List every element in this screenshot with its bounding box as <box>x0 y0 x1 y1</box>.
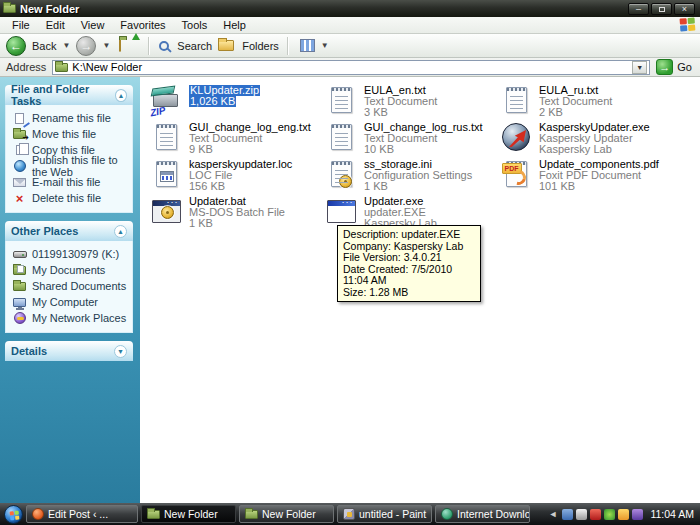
kaspersky-app-icon <box>498 121 534 153</box>
task-delete-file[interactable]: × Delete this file <box>12 190 128 206</box>
tray-signal-icon[interactable] <box>576 509 587 520</box>
file-update-components-pdf[interactable]: PDF Update_components.pdf Foxit PDF Docu… <box>498 158 673 195</box>
menu-edit[interactable]: Edit <box>38 18 73 32</box>
go-label[interactable]: Go <box>677 61 692 73</box>
address-folder-icon <box>55 63 68 72</box>
back-button[interactable]: ← <box>6 36 26 56</box>
file-size: 1 KB <box>364 181 472 192</box>
windows-logo-icon <box>680 17 697 32</box>
task-move-file[interactable]: ➜ Move this file <box>12 126 128 142</box>
taskbar-button-edit-post[interactable]: Edit Post ‹ ... <box>26 505 138 523</box>
window-titlebar: New Folder – × <box>0 0 700 17</box>
views-icon[interactable] <box>300 39 315 52</box>
taskbar-button-new-folder-1[interactable]: New Folder <box>141 505 236 523</box>
forward-button[interactable]: → <box>76 36 96 56</box>
address-dropdown-button[interactable]: ▼ <box>632 61 647 74</box>
taskbar-clock: 11:04 AM <box>650 508 694 520</box>
menu-favorites[interactable]: Favorites <box>112 18 173 32</box>
go-button-icon[interactable]: → <box>656 59 673 75</box>
search-label[interactable]: Search <box>177 40 212 52</box>
place-my-computer[interactable]: My Computer <box>12 294 128 310</box>
folders-icon[interactable] <box>218 40 234 51</box>
menu-bar: File Edit View Favorites Tools Help <box>0 17 700 34</box>
file-klupdater-zip[interactable]: ZIP KLUpdater.zip 1,026 KB <box>148 84 323 121</box>
config-file-icon <box>323 158 359 190</box>
tray-messenger-icon[interactable] <box>604 509 615 520</box>
place-shared-documents[interactable]: Shared Documents <box>12 278 128 294</box>
file-size: 1,026 KB <box>189 96 236 107</box>
tray-antivirus-icon[interactable] <box>590 509 601 520</box>
panel-header-tasks[interactable]: File and Folder Tasks ▲ <box>5 85 133 105</box>
file-size: 101 KB <box>539 181 659 192</box>
place-network-places[interactable]: My Network Places <box>12 310 128 326</box>
tray-network-icon[interactable] <box>562 509 573 520</box>
window-folder-icon <box>3 4 16 13</box>
shared-documents-icon <box>12 280 27 293</box>
panel-header-places[interactable]: Other Places ▲ <box>5 221 133 241</box>
taskbar-button-new-folder-2[interactable]: New Folder <box>239 505 334 523</box>
file-eula-ru-txt[interactable]: EULA_ru.txt Text Document 2 KB <box>498 84 673 121</box>
paint-icon <box>343 508 355 520</box>
address-label: Address <box>6 61 46 73</box>
network-icon <box>12 312 27 325</box>
close-button[interactable]: × <box>674 3 695 15</box>
up-button[interactable] <box>119 39 137 52</box>
forward-dropdown-icon[interactable]: ▼ <box>102 41 110 50</box>
text-file-icon <box>323 84 359 116</box>
globe-icon <box>12 160 27 173</box>
sidebar: File and Folder Tasks ▲ Rename this file… <box>0 77 140 503</box>
chevron-down-icon[interactable]: ▼ <box>114 345 127 358</box>
back-dropdown-icon[interactable]: ▼ <box>62 41 70 50</box>
file-kasperskyupdater-loc[interactable]: kasperskyupdater.loc LOC File 156 KB <box>148 158 323 195</box>
file-gui-change-log-eng-txt[interactable]: GUI_change_log_eng.txt Text Document 9 K… <box>148 121 323 158</box>
chevron-up-icon[interactable]: ▲ <box>114 225 127 238</box>
loc-file-icon <box>148 158 184 190</box>
views-dropdown-icon[interactable]: ▼ <box>321 41 329 50</box>
file-eula-en-txt[interactable]: EULA_en.txt Text Document 3 KB <box>323 84 498 121</box>
menu-view[interactable]: View <box>73 18 113 32</box>
address-input[interactable]: K:\New Folder ▼ <box>52 60 650 75</box>
menu-file[interactable]: File <box>4 18 38 32</box>
file-gui-change-log-rus-txt[interactable]: GUI_change_log_rus.txt Text Document 10 … <box>323 121 498 158</box>
folders-label[interactable]: Folders <box>242 40 279 52</box>
file-size: 10 KB <box>364 144 483 155</box>
delete-icon: × <box>12 192 27 205</box>
search-icon[interactable] <box>159 41 169 51</box>
menu-help[interactable]: Help <box>215 18 254 32</box>
batch-file-icon <box>148 195 184 227</box>
text-file-icon <box>148 121 184 153</box>
address-path: K:\New Folder <box>72 61 142 73</box>
file-tiles: ZIP KLUpdater.zip 1,026 KB EULA_en.txt T… <box>148 84 673 232</box>
window-controls: – × <box>628 3 697 15</box>
tray-volume-icon[interactable] <box>632 509 643 520</box>
tray-chevron-icon[interactable]: ◄ <box>548 509 557 519</box>
menu-tools[interactable]: Tools <box>174 18 216 32</box>
start-button[interactable] <box>4 505 23 524</box>
system-tray: ◄ 11:04 AM <box>548 508 698 520</box>
task-publish-file[interactable]: Publish this file to the Web <box>12 158 128 174</box>
chevron-up-icon[interactable]: ▲ <box>115 89 127 102</box>
task-rename-file[interactable]: Rename this file <box>12 110 128 126</box>
toolbar: ← Back ▼ → ▼ Search Folders ▼ <box>0 34 700 58</box>
maximize-button[interactable] <box>651 3 672 15</box>
taskbar-button-idm[interactable]: Internet Downloa... <box>435 505 530 523</box>
rename-icon <box>12 112 27 125</box>
file-updater-bat[interactable]: Updater.bat MS-DOS Batch File 1 KB <box>148 195 323 232</box>
pdf-file-icon: PDF <box>498 158 534 190</box>
tray-security-icon[interactable] <box>618 509 629 520</box>
up-arrow-icon <box>132 33 140 40</box>
file-info-tooltip: Description: updater.EXE Company: Kasper… <box>337 225 481 302</box>
file-company: Kaspersky Lab <box>539 144 650 155</box>
taskbar-button-paint[interactable]: untitled - Paint <box>337 505 432 523</box>
place-drive-k[interactable]: 01199130979 (K:) <box>12 246 128 262</box>
desktop: New Folder – × File Edit View Favorites … <box>0 0 700 525</box>
place-my-documents[interactable]: My Documents <box>12 262 128 278</box>
minimize-button[interactable]: – <box>628 3 649 15</box>
file-kasperskyupdater-exe[interactable]: KasperskyUpdater.exe Kaspersky Updater K… <box>498 121 673 158</box>
window-title: New Folder <box>20 3 79 15</box>
panel-details: Details ▼ <box>5 341 133 361</box>
panel-title: Details <box>11 345 47 357</box>
panel-header-details[interactable]: Details ▼ <box>5 341 133 361</box>
file-ss-storage-ini[interactable]: ss_storage.ini Configuration Settings 1 … <box>323 158 498 195</box>
back-label[interactable]: Back <box>32 40 56 52</box>
